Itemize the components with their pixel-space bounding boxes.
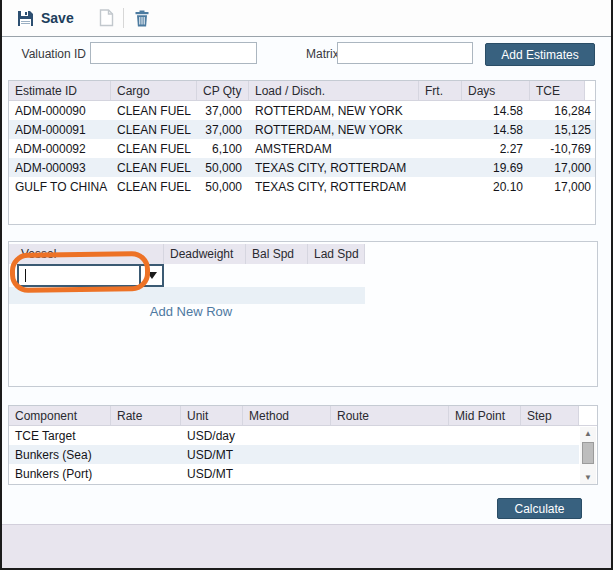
scrollbar-thumb[interactable] xyxy=(582,442,594,464)
components-table: Component Rate Unit Method Route Mid Poi… xyxy=(8,405,598,485)
cell-estimate-id: ADM-000092 xyxy=(9,139,111,158)
column-header-frt[interactable]: Frt. xyxy=(419,81,462,100)
table-row[interactable]: ADM-000091 CLEAN FUEL 37,000 ROTTERDAM, … xyxy=(9,120,595,139)
trash-icon[interactable] xyxy=(135,10,149,27)
column-header-days[interactable]: Days xyxy=(462,81,530,100)
column-header-load-disch[interactable]: Load / Disch. xyxy=(249,81,419,100)
cell-estimate-id: ADM-000091 xyxy=(9,120,111,139)
column-header-deadweight[interactable]: Deadweight xyxy=(164,244,246,264)
column-header-mid-point[interactable]: Mid Point xyxy=(449,406,521,425)
column-header-vessel[interactable]: Vessel xyxy=(9,244,164,264)
cell-cargo: CLEAN FUEL xyxy=(111,158,197,177)
cell-mid-point xyxy=(449,426,521,445)
cell-rate xyxy=(111,426,181,445)
calculate-button[interactable]: Calculate xyxy=(497,498,582,519)
table-row[interactable]: TCE Target USD/day xyxy=(9,426,579,445)
table-row[interactable]: ADM-000093 CLEAN FUEL 50,000 TEXAS CITY,… xyxy=(9,158,595,177)
cell-days: 14.58 xyxy=(462,101,530,120)
cell-cp-qty: 37,000 xyxy=(197,120,249,139)
cell-method xyxy=(243,445,331,464)
header-filler xyxy=(579,406,597,425)
column-header-estimate-id[interactable]: Estimate ID xyxy=(9,81,111,100)
save-icon xyxy=(17,10,34,27)
empty-vessel-row[interactable] xyxy=(9,287,365,304)
cell-mid-point xyxy=(449,464,521,483)
cell-tce: 17,000 xyxy=(530,177,595,196)
column-header-step[interactable]: Step xyxy=(521,406,579,425)
table-row[interactable]: ADM-000092 CLEAN FUEL 6,100 AMSTERDAM 2.… xyxy=(9,139,595,158)
cell-component: TCE Target xyxy=(9,426,111,445)
cell-tce: 15,125 xyxy=(530,120,595,139)
cell-cargo: CLEAN FUEL xyxy=(111,177,197,196)
cell-frt xyxy=(419,177,462,196)
new-document-icon[interactable] xyxy=(99,9,114,27)
column-header-tce[interactable]: TCE xyxy=(530,81,585,100)
cell-load-disch: TEXAS CITY, ROTTERDAM xyxy=(249,177,419,196)
vessel-panel: Vessel Deadweight Bal Spd Lad Spd Add Ne… xyxy=(8,241,598,387)
table-row[interactable]: Bunkers (Port) USD/MT xyxy=(9,464,579,483)
column-header-lad-spd[interactable]: Lad Spd xyxy=(308,244,365,264)
cell-cargo: CLEAN FUEL xyxy=(111,120,197,139)
cell-estimate-id: ADM-000093 xyxy=(9,158,111,177)
cell-method xyxy=(243,464,331,483)
cell-cargo: CLEAN FUEL xyxy=(111,101,197,120)
estimates-table: Estimate ID Cargo CP Qty Load / Disch. F… xyxy=(8,80,596,225)
add-new-row-link[interactable]: Add New Row xyxy=(9,304,373,319)
cell-cp-qty: 50,000 xyxy=(197,177,249,196)
table-row[interactable]: GULF TO CHINA CLEAN FUEL 50,000 TEXAS CI… xyxy=(9,177,595,196)
cell-step xyxy=(521,426,579,445)
vessel-panel-header: Vessel Deadweight Bal Spd Lad Spd xyxy=(9,244,365,264)
cell-estimate-id: GULF TO CHINA xyxy=(9,177,111,196)
app-window: Save Valuation ID Matrix Add Estimates xyxy=(0,0,613,570)
vessel-dropdown-button[interactable] xyxy=(139,266,162,285)
cell-method xyxy=(243,426,331,445)
column-header-cargo[interactable]: Cargo xyxy=(111,81,197,100)
cell-load-disch: ROTTERDAM, NEW YORK xyxy=(249,120,419,139)
column-header-route[interactable]: Route xyxy=(331,406,449,425)
table-row[interactable]: ADM-000090 CLEAN FUEL 37,000 ROTTERDAM, … xyxy=(9,101,595,120)
cell-unit: USD/MT xyxy=(181,445,243,464)
vessel-combobox[interactable] xyxy=(17,264,164,287)
cell-load-disch: ROTTERDAM, NEW YORK xyxy=(249,101,419,120)
column-header-method[interactable]: Method xyxy=(243,406,331,425)
valuation-id-input[interactable] xyxy=(90,42,257,64)
cell-cargo: CLEAN FUEL xyxy=(111,139,197,158)
text-cursor xyxy=(25,269,26,282)
column-header-component[interactable]: Component xyxy=(9,406,111,425)
header-filler xyxy=(585,81,595,100)
cell-frt xyxy=(419,101,462,120)
cell-tce: -10,769 xyxy=(530,139,595,158)
column-header-rate[interactable]: Rate xyxy=(111,406,181,425)
cell-component: Bunkers (Sea) xyxy=(9,445,111,464)
cell-frt xyxy=(419,158,462,177)
column-header-bal-spd[interactable]: Bal Spd xyxy=(246,244,308,264)
save-button[interactable]: Save xyxy=(17,10,74,27)
cell-rate xyxy=(111,445,181,464)
matrix-input[interactable] xyxy=(337,42,473,64)
vessel-combobox-input[interactable] xyxy=(19,266,139,285)
cell-component: Bunkers (Port) xyxy=(9,464,111,483)
column-header-cp-qty[interactable]: CP Qty xyxy=(197,81,249,100)
matrix-label: Matrix xyxy=(306,47,339,61)
cell-route xyxy=(331,464,449,483)
cell-mid-point xyxy=(449,445,521,464)
cell-step xyxy=(521,464,579,483)
cell-rate xyxy=(111,464,181,483)
cell-estimate-id: ADM-000090 xyxy=(9,101,111,120)
estimates-table-header: Estimate ID Cargo CP Qty Load / Disch. F… xyxy=(9,81,595,101)
valuation-id-label: Valuation ID xyxy=(20,47,86,61)
vertical-scrollbar[interactable]: ▲ ▼ xyxy=(580,427,596,484)
cell-days: 14.58 xyxy=(462,120,530,139)
scroll-down-icon[interactable]: ▼ xyxy=(580,471,596,484)
cell-tce: 16,284 xyxy=(530,101,595,120)
cell-cp-qty: 37,000 xyxy=(197,101,249,120)
cell-route xyxy=(331,445,449,464)
scroll-up-icon[interactable]: ▲ xyxy=(580,427,596,440)
table-row[interactable]: Bunkers (Sea) USD/MT xyxy=(9,445,579,464)
cell-unit: USD/MT xyxy=(181,464,243,483)
save-label: Save xyxy=(41,10,74,26)
cell-load-disch: TEXAS CITY, ROTTERDAM xyxy=(249,158,419,177)
add-estimates-button[interactable]: Add Estimates xyxy=(485,43,595,66)
column-header-unit[interactable]: Unit xyxy=(181,406,243,425)
toolbar: Save xyxy=(0,0,613,37)
